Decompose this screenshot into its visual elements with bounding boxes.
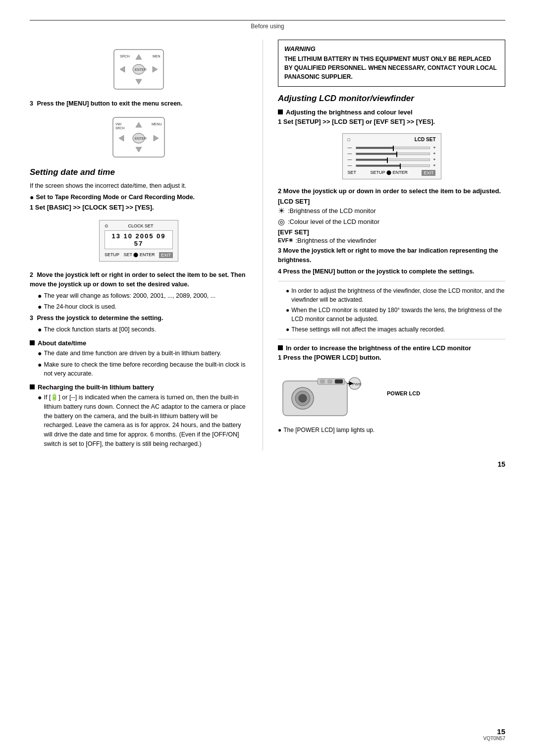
bullet-year-text: The year will change as follows: 2000, 2… bbox=[44, 291, 215, 301]
colour-icon: ◎ bbox=[278, 217, 285, 226]
svg-text:VW/: VW/ bbox=[115, 122, 121, 126]
note-bullet-1: ● bbox=[286, 286, 289, 304]
evf-brightness-label: :Brightness of the viewfinder bbox=[295, 237, 376, 244]
step3-press-joystick: 3 Press the joystick to determine the se… bbox=[30, 314, 248, 323]
lcd-row-3: — + bbox=[348, 157, 436, 162]
svg-marker-18 bbox=[136, 147, 142, 152]
lcd-screen-logo: □ bbox=[348, 137, 350, 142]
bullet-lithium: ● The date and time function are driven … bbox=[38, 349, 248, 359]
press-power-lcd-step: 1 Press the [POWER LCD] button. bbox=[278, 354, 505, 361]
recharging-title: Recharging the built-in lithium battery bbox=[30, 383, 248, 391]
left-column: SRCH MEN ENTER 3 Press the [ME bbox=[30, 40, 248, 450]
bullet-clock-starts-text: The clock function starts at [00] second… bbox=[44, 325, 156, 334]
svg-marker-8 bbox=[136, 79, 142, 84]
svg-rect-25 bbox=[327, 379, 332, 383]
clock-set-title: CLOCK SET bbox=[128, 223, 153, 228]
about-date-title: About date/time bbox=[30, 339, 248, 347]
step4-press-menu: 4 Press the [MENU] button or the joystic… bbox=[278, 267, 505, 276]
bullet-clock-starts: ● The clock function starts at [00] seco… bbox=[38, 325, 248, 335]
svg-marker-12 bbox=[136, 122, 142, 127]
step3-text: Press the joystick to determine the sett… bbox=[37, 315, 163, 322]
lcd-set-label: SET bbox=[348, 170, 357, 176]
setting-date-intro: If the screen shows the incorrect date/t… bbox=[30, 181, 248, 191]
svg-marker-7 bbox=[153, 66, 158, 72]
evf-icon: EVF☀ bbox=[278, 237, 293, 244]
warning-box: WARNING THE LITHIUM BATTERY IN THIS EQUI… bbox=[278, 40, 505, 87]
step1-clock: 1 Set [BASIC] >> [CLOCK SET] >> [YES]. bbox=[30, 204, 248, 211]
note-1-text: In order to adjust the brightness of the… bbox=[291, 286, 505, 304]
brightness-icon: ☀ bbox=[278, 206, 285, 216]
power-lcd-label: POWER LCD bbox=[387, 390, 420, 396]
lcd-set-header: [LCD SET] bbox=[278, 198, 505, 205]
joystick-diagram-2: VW/ SRCH MENU ENTER bbox=[30, 113, 248, 161]
note-1: ● In order to adjust the brightness of t… bbox=[286, 286, 505, 304]
svg-text:ENTER: ENTER bbox=[135, 137, 147, 140]
svg-marker-4 bbox=[120, 66, 125, 72]
power-lcd-note-text: The [POWER LCD] lamp lights up. bbox=[283, 426, 374, 434]
step3-bar-text: 3 Move the joystick left or right to mov… bbox=[278, 247, 498, 264]
black-square-3 bbox=[278, 109, 283, 114]
svg-text:PWR: PWR bbox=[352, 382, 362, 386]
svg-text:ENTER: ENTER bbox=[135, 68, 147, 71]
black-square-1 bbox=[30, 340, 35, 345]
lcd-row-4: — + bbox=[348, 163, 436, 168]
svg-marker-17 bbox=[154, 135, 159, 141]
setting-date-section-title: Setting date and time bbox=[30, 167, 248, 177]
step1-lcd-text: 1 Set [SETUP] >> [LCD SET] or [EVF SET] … bbox=[278, 118, 435, 125]
section-divider-2 bbox=[278, 339, 505, 339]
recharging-bullets: ● If [🔋] or [--] is indicated when the c… bbox=[38, 393, 248, 449]
increase-brightness-title: In order to increase the brightness of t… bbox=[278, 344, 505, 352]
svg-text:MENU: MENU bbox=[152, 122, 162, 126]
black-square-2 bbox=[30, 384, 35, 389]
svg-text:SRCH: SRCH bbox=[115, 126, 125, 130]
svg-rect-26 bbox=[335, 379, 343, 383]
adjust-notes: ● In order to adjust the brightness of t… bbox=[286, 286, 505, 334]
bullet-check-time: ● Make sure to check the time before rec… bbox=[38, 360, 248, 379]
lcd-brightness-row: ☀ :Brightness of the LCD monitor bbox=[278, 206, 505, 216]
evf-brightness-row: EVF☀ :Brightness of the viewfinder bbox=[278, 237, 505, 244]
svg-text:SRCH: SRCH bbox=[120, 54, 130, 58]
note-2: ● When the LCD monitor is rotated by 180… bbox=[286, 306, 505, 324]
page-number-display: 15 bbox=[483, 727, 505, 736]
step3-bullet: ● The clock function starts at [00] seco… bbox=[38, 325, 248, 335]
bullet-recharge-text: If [🔋] or [--] is indicated when the cam… bbox=[44, 393, 248, 449]
bullet-24hr-text: The 24-hour clock is used. bbox=[44, 302, 116, 312]
joystick-caption: 3 Press the [MENU] button to exit the me… bbox=[30, 99, 248, 108]
bullet-year: ● The year will change as follows: 2000,… bbox=[38, 291, 248, 301]
lcd-colour-label: :Colour level of the LCD monitor bbox=[288, 218, 379, 225]
joystick-diagram-top: SRCH MEN ENTER bbox=[30, 45, 248, 94]
section-divider bbox=[278, 281, 505, 281]
power-lcd-diagram: PWR POWER LCD bbox=[278, 366, 505, 421]
clock-exit-label: EXIT bbox=[159, 252, 173, 258]
brightness-colour-title-text: Adjusting the brightness and colour leve… bbox=[286, 108, 413, 116]
page-number: 15 bbox=[497, 460, 505, 468]
lcd-exit-label: EXIT bbox=[422, 170, 435, 176]
note-bullet-2: ● bbox=[286, 306, 289, 324]
svg-marker-14 bbox=[119, 135, 124, 141]
lcd-screen-title: LCD SET bbox=[415, 137, 436, 142]
lcd-colour-row: ◎ :Colour level of the LCD monitor bbox=[278, 217, 505, 226]
footer-right: 15 VQT0N57 bbox=[483, 727, 505, 741]
clock-icon: ⊙ bbox=[105, 223, 108, 228]
set-mode-text: Set to Tape Recording Mode or Card Recor… bbox=[36, 193, 195, 202]
note-bullet-4: ● bbox=[278, 426, 281, 434]
step3-move-bar: 3 Move the joystick left or right to mov… bbox=[278, 246, 505, 265]
bullet-set-mode: ● Set to Tape Recording Mode or Card Rec… bbox=[30, 193, 248, 203]
step2-text: Move the joystick left or right in order… bbox=[30, 271, 245, 288]
black-square-4 bbox=[278, 345, 283, 350]
recharging-title-text: Recharging the built-in lithium battery bbox=[38, 383, 154, 391]
step1-lcd-set: 1 Set [SETUP] >> [LCD SET] or [EVF SET] … bbox=[278, 118, 505, 125]
right-column: WARNING THE LITHIUM BATTERY IN THIS EQUI… bbox=[278, 40, 505, 450]
power-lcd-note: ● The [POWER LCD] lamp lights up. bbox=[278, 426, 505, 434]
lcd-row-2: — + bbox=[348, 151, 436, 156]
step2-move-joystick: 2 Move the joystick left or right in ord… bbox=[30, 270, 248, 289]
step1-number: 1 bbox=[30, 204, 35, 211]
lcd-set-diagram: □ LCD SET — + — bbox=[278, 129, 505, 183]
step2-number: 2 bbox=[30, 271, 33, 278]
svg-marker-2 bbox=[136, 54, 142, 59]
evf-set-header: [EVF SET] bbox=[278, 228, 505, 236]
clock-date-display: 13 10 2005 09 57 bbox=[105, 230, 173, 249]
lcd-brightness-label: :Brightness of the LCD monitor bbox=[288, 207, 376, 215]
about-date-title-text: About date/time bbox=[38, 339, 86, 347]
svg-text:MEN: MEN bbox=[153, 54, 160, 58]
